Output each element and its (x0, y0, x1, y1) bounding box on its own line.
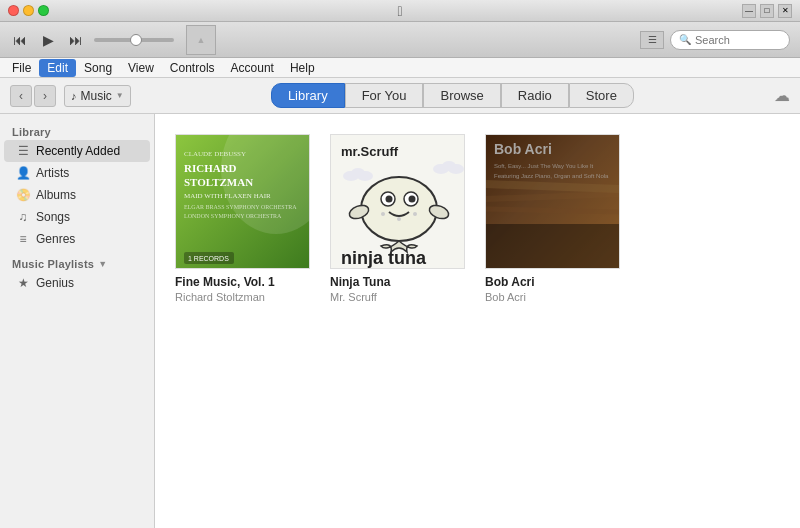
transport-right: ☰ 🔍 (640, 30, 790, 50)
playlists-chevron-icon: ▼ (98, 259, 107, 269)
tab-library[interactable]: Library (271, 83, 345, 108)
svg-text:1 RECORDS: 1 RECORDS (188, 255, 229, 262)
nav-bar: ‹ › ♪ Music ▼ Library For You Browse Rad… (0, 78, 800, 114)
svg-text:Soft, Easy... Just The Way You: Soft, Easy... Just The Way You Like It (494, 163, 594, 169)
svg-point-17 (409, 196, 416, 203)
search-input[interactable] (695, 34, 785, 46)
library-section-label: Library (0, 122, 154, 140)
songs-label: Songs (36, 210, 70, 224)
tab-store[interactable]: Store (569, 83, 634, 108)
album-card-bob-acri[interactable]: Bob Acri Soft, Easy... Just The Way You … (485, 134, 620, 303)
sidebar-item-artists[interactable]: 👤 Artists (4, 162, 150, 184)
album-cover-fine-music: CLAUDE DEBUSSY RICHARD STOLTZMAN MAID WI… (175, 134, 310, 269)
tab-for-you[interactable]: For You (345, 83, 424, 108)
bob-acri-svg: Bob Acri Soft, Easy... Just The Way You … (486, 134, 619, 269)
title-bar-right: ― □ ✕ (742, 4, 792, 18)
slider-track (94, 38, 174, 42)
maximize-button[interactable] (38, 5, 49, 16)
bob-acri-title: Bob Acri (485, 275, 620, 289)
svg-point-28 (448, 164, 464, 174)
forward-button[interactable]: › (34, 85, 56, 107)
slider-thumb[interactable] (130, 34, 142, 46)
albums-label: Albums (36, 188, 76, 202)
svg-point-18 (381, 212, 385, 216)
menu-view[interactable]: View (120, 59, 162, 77)
source-selector[interactable]: ♪ Music ▼ (64, 85, 131, 107)
svg-rect-30 (486, 224, 619, 269)
recently-added-label: Recently Added (36, 144, 120, 158)
window-close-button[interactable]: ✕ (778, 4, 792, 18)
tab-browse[interactable]: Browse (423, 83, 500, 108)
nav-arrows: ‹ › (10, 85, 56, 107)
fine-music-title: Fine Music, Vol. 1 (175, 275, 310, 289)
menu-edit[interactable]: Edit (39, 59, 76, 77)
svg-text:Featuring Jazz Piano, Organ an: Featuring Jazz Piano, Organ and Soft Nol… (494, 173, 609, 179)
title-bar:  ― □ ✕ (0, 0, 800, 22)
svg-text:CLAUDE DEBUSSY: CLAUDE DEBUSSY (184, 150, 246, 158)
bob-acri-artist: Bob Acri (485, 291, 620, 303)
svg-line-31 (486, 184, 619, 189)
title-bar-center:  (397, 3, 402, 19)
svg-point-25 (357, 171, 373, 181)
sidebar-item-songs[interactable]: ♫ Songs (4, 206, 150, 228)
sidebar-item-genius[interactable]: ★ Genius (4, 272, 150, 294)
progress-slider[interactable] (94, 38, 174, 42)
list-view-button[interactable]: ☰ (640, 31, 664, 49)
bob-acri-art: Bob Acri Soft, Easy... Just The Way You … (486, 134, 619, 269)
recently-added-icon: ☰ (16, 144, 30, 158)
menu-controls[interactable]: Controls (162, 59, 223, 77)
search-box[interactable]: 🔍 (670, 30, 790, 50)
albums-icon: 📀 (16, 188, 30, 202)
album-art-thumbnail: ▲ (186, 25, 216, 55)
album-card-ninja-tuna[interactable]: mr.Scruff ninja tuna (330, 134, 465, 303)
rewind-button[interactable]: ⏮ (10, 30, 30, 50)
ninja-tuna-art: mr.Scruff ninja tuna (331, 134, 464, 269)
main-layout: Library ☰ Recently Added 👤 Artists 📀 Alb… (0, 114, 800, 528)
back-button[interactable]: ‹ (10, 85, 32, 107)
svg-text:ELGAR BRASS SYMPHONY ORCHESTRA: ELGAR BRASS SYMPHONY ORCHESTRA (184, 204, 297, 210)
sidebar-item-genres[interactable]: ≡ Genres (4, 228, 150, 250)
songs-icon: ♫ (16, 210, 30, 224)
menu-account[interactable]: Account (223, 59, 282, 77)
svg-point-13 (361, 177, 437, 241)
album-card-fine-music[interactable]: CLAUDE DEBUSSY RICHARD STOLTZMAN MAID WI… (175, 134, 310, 303)
fine-music-svg: CLAUDE DEBUSSY RICHARD STOLTZMAN MAID WI… (176, 134, 310, 269)
close-button[interactable] (8, 5, 19, 16)
album-cover-ninja-tuna: mr.Scruff ninja tuna (330, 134, 465, 269)
transport-bar: ⏮ ▶ ⏭ ▲ ☰ 🔍 (0, 22, 800, 58)
svg-text:LONDON SYMPHONY ORCHESTRA: LONDON SYMPHONY ORCHESTRA (184, 213, 282, 219)
album-cover-bob-acri: Bob Acri Soft, Easy... Just The Way You … (485, 134, 620, 269)
svg-text:ninja tuna: ninja tuna (341, 248, 427, 268)
window-resize-button[interactable]: □ (760, 4, 774, 18)
menu-file[interactable]: File (4, 59, 39, 77)
genius-label: Genius (36, 276, 74, 290)
svg-point-19 (397, 217, 401, 221)
playlists-label: Music Playlists (12, 258, 94, 270)
tab-radio[interactable]: Radio (501, 83, 569, 108)
svg-text:RICHARD: RICHARD (184, 162, 237, 174)
svg-text:MAID WITH FLAXEN HAIR: MAID WITH FLAXEN HAIR (184, 192, 271, 200)
sidebar: Library ☰ Recently Added 👤 Artists 📀 Alb… (0, 114, 155, 528)
playlists-section-label[interactable]: Music Playlists ▼ (0, 250, 154, 272)
menu-help[interactable]: Help (282, 59, 323, 77)
cloud-icon[interactable]: ☁ (774, 86, 790, 105)
fine-music-artist: Richard Stoltzman (175, 291, 310, 303)
svg-rect-29 (486, 134, 619, 269)
menu-song[interactable]: Song (76, 59, 120, 77)
sidebar-item-recently-added[interactable]: ☰ Recently Added (4, 140, 150, 162)
sidebar-item-albums[interactable]: 📀 Albums (4, 184, 150, 206)
svg-line-33 (486, 209, 619, 212)
svg-text:mr.Scruff: mr.Scruff (341, 144, 399, 159)
genius-icon: ★ (16, 276, 30, 290)
ninja-tuna-artist: Mr. Scruff (330, 291, 465, 303)
tab-group: Library For You Browse Radio Store (139, 83, 766, 108)
window-list-button[interactable]: ― (742, 4, 756, 18)
artists-label: Artists (36, 166, 69, 180)
svg-point-16 (386, 196, 393, 203)
search-icon: 🔍 (679, 34, 691, 45)
svg-point-20 (413, 212, 417, 216)
play-button[interactable]: ▶ (38, 30, 58, 50)
minimize-button[interactable] (23, 5, 34, 16)
forward-button[interactable]: ⏭ (66, 30, 86, 50)
chevron-down-icon: ▼ (116, 91, 124, 100)
